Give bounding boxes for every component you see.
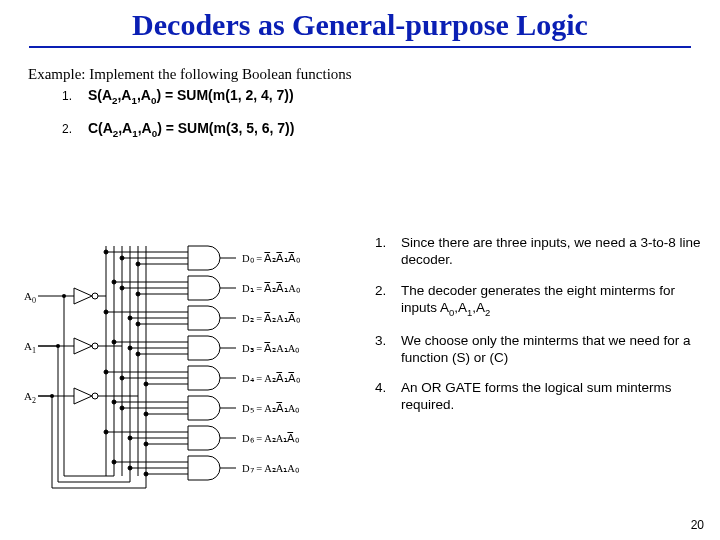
d1-label: D₁ = A̅₂A̅₁A₀: [242, 282, 301, 294]
step-4-number: 4.: [375, 379, 401, 414]
step-4: 4. An OR GATE forms the logical sum mint…: [375, 379, 703, 414]
svg-text:A1: A1: [24, 340, 36, 355]
lower-region: A0 A1 A2: [0, 230, 720, 510]
step-2: 2. The decoder generates the eight minte…: [375, 282, 703, 319]
step-1: 1. Since there are three inputs, we need…: [375, 234, 703, 269]
step-3-number: 3.: [375, 332, 401, 367]
svg-point-71: [144, 442, 148, 446]
svg-point-31: [104, 250, 108, 254]
step-2-number: 2.: [375, 282, 401, 319]
svg-point-67: [104, 430, 108, 434]
d7-label: D₇ = A₂A₁A₀: [242, 463, 300, 474]
example-prompt: Example: Implement the following Boolean…: [0, 66, 720, 87]
svg-point-75: [128, 466, 132, 470]
svg-point-29: [50, 394, 54, 398]
not-gate-a0: [74, 288, 98, 304]
and-gate-2: [188, 306, 220, 330]
d6-label: D₆ = A₂A₁A̅₀: [242, 432, 300, 444]
svg-point-37: [112, 280, 116, 284]
svg-point-41: [136, 292, 140, 296]
equation-1: 1. S(A2,A1,A0) = SUM(m(1, 2, 4, 7)): [62, 87, 720, 106]
not-gate-a1: [74, 338, 98, 354]
svg-point-77: [144, 472, 148, 476]
d0-label: D₀ = A̅₂A̅₁A̅₀: [242, 252, 301, 264]
and-gate-6: [188, 426, 220, 450]
step-1-number: 1.: [375, 234, 401, 269]
step-3-text: We choose only the minterms that we need…: [401, 332, 703, 367]
svg-point-53: [136, 352, 140, 356]
d4-label: D₄ = A₂A̅₁A̅₀: [242, 372, 301, 384]
and-gate-3: [188, 336, 220, 360]
equation-2: 2. C(A2,A1,A0) = SUM(m(3, 5, 6, 7)): [62, 120, 720, 139]
svg-point-51: [128, 346, 132, 350]
svg-point-6: [92, 293, 98, 299]
and-gate-5: [188, 396, 220, 420]
page-number: 20: [691, 518, 704, 532]
svg-text:A0: A0: [24, 290, 36, 305]
step-1-text: Since there are three inputs, we need a …: [401, 234, 703, 269]
eq2-number: 2.: [62, 122, 84, 136]
and-gate-4: [188, 366, 220, 390]
slide-title: Decoders as General-purpose Logic: [0, 0, 720, 46]
svg-point-7: [92, 343, 98, 349]
title-underline: [29, 46, 691, 48]
svg-point-39: [120, 286, 124, 290]
svg-point-27: [62, 294, 66, 298]
svg-point-63: [120, 406, 124, 410]
d5-label: D₅ = A₂A̅₁A₀: [242, 402, 300, 414]
svg-text:A2: A2: [24, 390, 36, 405]
svg-point-49: [112, 340, 116, 344]
svg-point-57: [120, 376, 124, 380]
svg-point-65: [144, 412, 148, 416]
and-gate-7: [188, 456, 220, 480]
svg-point-47: [136, 322, 140, 326]
svg-point-59: [144, 382, 148, 386]
svg-point-35: [136, 262, 140, 266]
step-3: 3. We choose only the minterms that we n…: [375, 332, 703, 367]
svg-point-45: [128, 316, 132, 320]
svg-point-55: [104, 370, 108, 374]
step-2-text: The decoder generates the eight minterms…: [401, 282, 703, 319]
d3-label: D₃ = A̅₂A₁A₀: [242, 342, 300, 354]
equation-list: 1. S(A2,A1,A0) = SUM(m(1, 2, 4, 7)) 2. C…: [0, 87, 720, 139]
svg-point-33: [120, 256, 124, 260]
d2-label: D₂ = A̅₂A₁A̅₀: [242, 312, 301, 324]
svg-point-43: [104, 310, 108, 314]
svg-point-69: [128, 436, 132, 440]
eq2-text: C(A2,A1,A0) = SUM(m(3, 5, 6, 7)): [88, 120, 295, 136]
svg-point-73: [112, 460, 116, 464]
and-gate-1: [188, 276, 220, 300]
svg-point-28: [56, 344, 60, 348]
svg-point-61: [112, 400, 116, 404]
eq1-number: 1.: [62, 89, 84, 103]
step-4-text: An OR GATE forms the logical sum minterm…: [401, 379, 703, 414]
and-gate-0: [188, 246, 220, 270]
not-gate-a2: [74, 388, 98, 404]
step-list: 1. Since there are three inputs, we need…: [375, 234, 703, 427]
svg-point-8: [92, 393, 98, 399]
decoder-diagram: A0 A1 A2: [18, 236, 358, 496]
eq1-text: S(A2,A1,A0) = SUM(m(1, 2, 4, 7)): [88, 87, 294, 103]
